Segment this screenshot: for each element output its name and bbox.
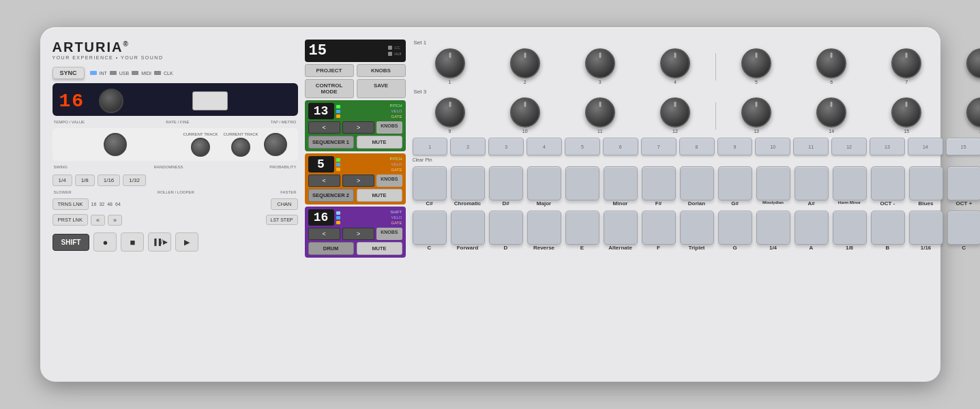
sequencer2-button[interactable]: SEQUENCER 2 <box>308 189 354 202</box>
seq2-nav-right[interactable]: > <box>342 175 374 187</box>
pad-unit-1-8: 1/8 <box>833 211 867 251</box>
rate-btn-1-8[interactable]: 1/8 <box>75 175 95 186</box>
pad-reverse[interactable] <box>527 211 561 245</box>
pad-e[interactable] <box>565 211 599 245</box>
project-button[interactable]: PROJECT <box>305 64 354 77</box>
seq2-pitch-led <box>336 158 340 162</box>
step-14[interactable]: 14 <box>908 138 943 155</box>
swing-knob[interactable] <box>104 133 127 156</box>
control-mode-button[interactable]: CONTROL MODE <box>305 79 354 98</box>
pad-minor[interactable] <box>604 166 638 200</box>
rate-btn-1-32[interactable]: 1/32 <box>123 175 146 186</box>
current-track-knob2[interactable] <box>231 138 250 157</box>
sync-indicators: INT USB MIDI CLK <box>90 71 173 76</box>
seq3-mute-button[interactable]: MUTE <box>357 242 402 255</box>
pad-chromatic[interactable] <box>451 166 485 200</box>
rate-btn-1-4[interactable]: 1/4 <box>53 175 72 186</box>
pad-forward[interactable] <box>451 211 485 245</box>
pad-empty1[interactable] <box>565 166 599 200</box>
step-12[interactable]: 12 <box>831 138 867 155</box>
pad-g-sharp[interactable] <box>718 166 752 200</box>
pad-c2[interactable] <box>947 211 981 245</box>
seq1-knobs-button[interactable]: KNOBS <box>376 121 402 134</box>
sync-button[interactable]: SYNC <box>53 67 85 79</box>
arrow-left-button[interactable]: « <box>91 215 105 226</box>
chan-button[interactable]: CHAN <box>271 198 297 210</box>
step-11[interactable]: 11 <box>793 138 829 155</box>
seq1-nav-right[interactable]: > <box>342 121 374 134</box>
tempo-knob[interactable] <box>99 89 123 113</box>
pad-a-sharp[interactable] <box>795 166 829 200</box>
step-3[interactable]: 3 <box>488 138 524 155</box>
trns-lnk-button[interactable]: TRNS LNK <box>53 198 89 210</box>
seq3-nav-right[interactable]: > <box>342 228 374 240</box>
step-4[interactable]: 4 <box>526 138 562 155</box>
pad-dorian[interactable] <box>680 166 714 200</box>
step-9[interactable]: 9 <box>717 138 753 155</box>
seq2-display: 5 <box>308 156 334 172</box>
probability-label: PROBABILITY <box>269 165 296 169</box>
pad-alternate[interactable] <box>604 211 638 245</box>
drum-button[interactable]: DRUM <box>308 242 354 255</box>
step-1[interactable]: 1 <box>413 138 448 155</box>
knob-10: 10 <box>488 97 563 134</box>
seq2-knobs-button[interactable]: KNOBS <box>376 175 402 187</box>
step-7[interactable]: 7 <box>641 138 677 155</box>
seq1-velo-led <box>336 110 340 113</box>
pad-1-16[interactable] <box>909 211 943 245</box>
set1-label: Set 1 <box>414 40 427 46</box>
pad-blues[interactable] <box>909 166 943 200</box>
pad-g[interactable] <box>718 211 752 245</box>
play-pause-button[interactable]: ▐▐/▶ <box>148 232 171 252</box>
nav-right-button[interactable]: ▶ <box>175 232 198 252</box>
pad-unit-harm-minor: Harm Minor <box>833 166 867 207</box>
seq2-mute-button[interactable]: MUTE <box>357 189 402 202</box>
lst-step-button[interactable]: LST STEP <box>266 215 298 225</box>
pad-oct-plus[interactable] <box>947 166 981 200</box>
pad-unit-e: E <box>565 211 599 251</box>
probability-knob[interactable] <box>264 133 287 156</box>
sequencer1-button[interactable]: SEQUENCER 1 <box>308 136 354 149</box>
pad-f-sharp[interactable] <box>642 166 676 200</box>
seq3-nav-left[interactable]: < <box>308 228 340 240</box>
pad-d-sharp[interactable] <box>489 166 523 200</box>
pad-major[interactable] <box>527 166 561 200</box>
pad-1-8[interactable] <box>833 211 867 245</box>
prst-lnk-button[interactable]: PRST LNK <box>53 214 89 226</box>
seq1-mute-button[interactable]: MUTE <box>357 136 402 149</box>
pad-triplet[interactable] <box>680 211 714 245</box>
step-13[interactable]: 13 <box>870 138 905 155</box>
pad-f[interactable] <box>642 211 676 245</box>
pad-a[interactable] <box>795 211 829 245</box>
rate-btn-1-16[interactable]: 1/16 <box>98 175 121 186</box>
step-10[interactable]: 10 <box>755 138 790 155</box>
step-8[interactable]: 8 <box>679 138 715 155</box>
knob-6: 6 <box>794 48 869 85</box>
current-track-knob1[interactable] <box>191 138 210 157</box>
step-2[interactable]: 2 <box>450 138 486 155</box>
shift-button[interactable]: SHIFT <box>53 234 90 251</box>
step-15[interactable]: 15 <box>946 138 980 155</box>
pad-harm-minor[interactable] <box>833 166 867 200</box>
pad-unit-1-16: 1/16 <box>909 211 943 251</box>
pad-mixolydian[interactable] <box>756 166 790 200</box>
seq3-knobs-button[interactable]: KNOBS <box>376 228 402 240</box>
knob-7: 7 <box>869 48 944 85</box>
arrow-right-button[interactable]: » <box>108 215 122 226</box>
pad-d[interactable] <box>489 211 523 245</box>
step-6[interactable]: 6 <box>603 138 638 155</box>
pad-c[interactable] <box>413 211 447 245</box>
seq2-nav-left[interactable]: < <box>308 175 340 187</box>
step-5[interactable]: 5 <box>565 138 600 155</box>
seq1-nav-left[interactable]: < <box>308 121 340 134</box>
pad-oct-minus[interactable] <box>871 166 905 200</box>
pad-b[interactable] <box>871 211 905 245</box>
knobs-button-1[interactable]: KNOBS <box>357 64 406 77</box>
save-button[interactable]: SAVE <box>357 79 406 98</box>
pad-1-4[interactable] <box>756 211 790 245</box>
right-panel: Set 1 Set 2 1 2 3 4 5 6 7 8 Set 3 Set 4 <box>413 40 981 369</box>
pad-c-sharp[interactable] <box>413 166 447 200</box>
stop-button[interactable]: ■ <box>121 232 144 252</box>
seq1-display: 13 <box>308 103 334 119</box>
record-button[interactable]: ● <box>93 232 117 252</box>
